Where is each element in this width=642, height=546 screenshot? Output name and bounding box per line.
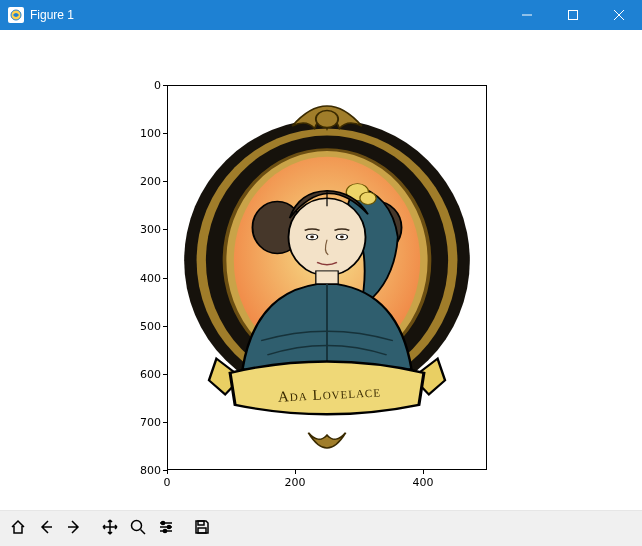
svg-rect-30 [198,521,204,525]
pan-button[interactable] [96,515,124,543]
back-button[interactable] [32,515,60,543]
y-tick-label: 200 [121,175,161,188]
save-button[interactable] [188,515,216,543]
svg-point-27 [161,521,164,524]
svg-point-8 [316,111,338,128]
svg-rect-31 [198,528,206,533]
svg-rect-2 [569,11,578,20]
move-icon [101,518,119,540]
figure-canvas[interactable]: Ada Lovelace 0100200300400500600700800 0… [0,30,642,510]
x-tick-mark [167,470,168,474]
save-icon [193,518,211,540]
nav-toolbar [0,510,642,546]
zoom-button[interactable] [124,515,152,543]
svg-point-22 [132,520,142,530]
forward-button[interactable] [60,515,88,543]
y-tick-mark [163,85,167,86]
y-tick-mark [163,278,167,279]
arrow-left-icon [37,518,55,540]
axes: Ada Lovelace [167,85,487,470]
window-title: Figure 1 [30,8,74,22]
close-button[interactable] [596,0,642,30]
home-button[interactable] [4,515,32,543]
y-tick-mark [163,374,167,375]
axes-image: Ada Lovelace [168,86,486,469]
y-tick-label: 400 [121,271,161,284]
minimize-button[interactable] [504,0,550,30]
x-tick-mark [295,470,296,474]
sliders-icon [157,518,175,540]
svg-point-28 [167,525,170,528]
y-tick-mark [163,229,167,230]
configure-subplots-button[interactable] [152,515,180,543]
y-tick-label: 600 [121,367,161,380]
y-tick-label: 300 [121,223,161,236]
svg-point-18 [310,236,314,239]
y-tick-label: 800 [121,464,161,477]
title-bar: Figure 1 [0,0,642,30]
app-icon [8,7,24,23]
y-tick-mark [163,326,167,327]
svg-point-14 [360,192,376,204]
zoom-icon [129,518,147,540]
svg-line-23 [141,529,146,534]
y-tick-label: 500 [121,319,161,332]
x-tick-label: 200 [275,476,315,489]
svg-point-15 [288,198,365,275]
y-tick-label: 0 [121,79,161,92]
y-tick-mark [163,133,167,134]
y-tick-label: 100 [121,127,161,140]
x-tick-label: 0 [147,476,187,489]
y-tick-mark [163,181,167,182]
y-tick-mark [163,422,167,423]
arrow-right-icon [65,518,83,540]
y-tick-label: 700 [121,415,161,428]
x-tick-label: 400 [403,476,443,489]
svg-point-20 [340,236,344,239]
home-icon [9,518,27,540]
svg-point-29 [163,529,166,532]
maximize-button[interactable] [550,0,596,30]
x-tick-mark [423,470,424,474]
